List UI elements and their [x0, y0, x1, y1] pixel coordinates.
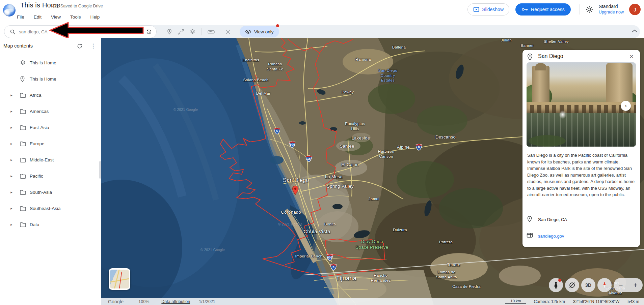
menu-tools[interactable]: Tools	[70, 13, 81, 21]
photo-next-button[interactable]: ›	[621, 101, 631, 111]
key-icon	[521, 7, 528, 12]
sidebar-item-label: This is Home	[30, 60, 56, 65]
imagery-date: 1/1/2021	[199, 299, 215, 304]
search-input[interactable]	[19, 29, 144, 34]
folder-icon	[20, 109, 26, 114]
settings-gear-icon[interactable]	[585, 5, 593, 13]
upgrade-link[interactable]: Upgrade now	[599, 10, 624, 15]
folder-icon	[20, 125, 26, 130]
draw-path-tool-icon[interactable]	[175, 26, 187, 37]
expand-caret-icon[interactable]: ▸	[9, 109, 14, 114]
folder-icon	[20, 92, 26, 98]
sidebar-list: This is HomeThis is Home▸Africa▸Americas…	[0, 55, 101, 233]
zoom-out-button[interactable]: −	[619, 281, 623, 289]
imagery-zoom-percent: 100%	[138, 299, 149, 304]
folder-label: Middle-East	[30, 157, 54, 162]
website-icon	[527, 233, 533, 239]
minimap-road	[110, 278, 129, 283]
eye-icon	[245, 29, 251, 34]
sidebar-folder-south-asia[interactable]: ▸South-Asia	[0, 184, 101, 200]
menu-file[interactable]: File	[17, 13, 24, 21]
placemark-tool-icon[interactable]	[164, 26, 175, 37]
measure-tool-icon[interactable]	[205, 26, 217, 37]
overview-minimap[interactable]	[109, 268, 130, 290]
expand-caret-icon[interactable]: ▸	[9, 174, 14, 178]
camera-altitude: Camera: 125 km	[534, 299, 565, 304]
place-photo[interactable]	[527, 62, 636, 147]
close-icon[interactable]: ×	[627, 52, 636, 61]
expand-caret-icon[interactable]: ▸	[9, 222, 14, 227]
terrain-elevation: 543 m	[627, 299, 639, 304]
folder-icon	[20, 206, 26, 211]
expand-caret-icon[interactable]: ▸	[9, 190, 14, 194]
pin-icon	[20, 76, 25, 82]
folder-icon	[20, 141, 26, 147]
search-history-icon[interactable]	[146, 29, 152, 35]
sidebar-folder-data[interactable]: ▸Data	[0, 216, 101, 233]
collapse-toolbar-chevron-icon[interactable]	[631, 28, 638, 34]
zoom-control: − +	[614, 278, 643, 292]
menu-view[interactable]: View	[51, 13, 61, 21]
toolbar-divider	[202, 28, 202, 35]
menu-edit[interactable]: Edit	[34, 13, 42, 21]
folder-label: Europe	[30, 141, 45, 146]
scale-bar: 10 km	[505, 299, 526, 304]
expand-caret-icon[interactable]: ▸	[9, 93, 14, 97]
placemark-pin-icon[interactable]	[292, 185, 299, 195]
data-attribution-link[interactable]: Data attribution	[161, 299, 190, 304]
folder-icon	[20, 189, 26, 195]
sidebar-folder-middle-east[interactable]: ▸Middle-East	[0, 152, 101, 168]
place-title: San Diego	[538, 53, 563, 59]
compass-button[interactable]	[597, 278, 612, 292]
view-only-badge[interactable]: View only	[240, 26, 279, 37]
folder-icon	[20, 157, 26, 163]
account-avatar[interactable]: J	[629, 4, 641, 15]
map-contents-sidebar: Map contents ⋮ This is HomeThis is Home▸…	[0, 38, 101, 305]
zoom-in-button[interactable]: +	[634, 281, 638, 289]
folder-label: Data	[30, 222, 39, 227]
sidebar-folder-east-asia[interactable]: ▸East-Asia	[0, 119, 101, 135]
google-earth-logo-icon[interactable]	[3, 4, 16, 17]
sidebar-folder-southeast-asia[interactable]: ▸Southeast-Asia	[0, 200, 101, 216]
search-toolbar: View only	[4, 25, 640, 38]
location-pin-icon	[527, 216, 533, 224]
refresh-icon[interactable]	[76, 42, 84, 50]
expand-caret-icon[interactable]: ▸	[9, 158, 14, 162]
sidebar-folder-africa[interactable]: ▸Africa	[0, 87, 101, 103]
pegman-notification-dot	[558, 279, 561, 282]
place-website-link[interactable]: sandiego.gov	[538, 234, 564, 239]
kebab-menu-icon[interactable]: ⋮	[89, 41, 97, 51]
sidebar-folder-europe[interactable]: ▸Europe	[0, 135, 101, 152]
folder-label: South-Asia	[30, 190, 52, 195]
folder-icon	[20, 222, 26, 227]
place-info-panel: San Diego × › San Diego is a city on the…	[522, 50, 640, 247]
request-access-button[interactable]: Request access	[515, 3, 571, 16]
3d-toggle-button[interactable]: 3D	[581, 278, 595, 292]
expand-caret-icon[interactable]: ▸	[9, 142, 14, 146]
slideshow-play-icon	[473, 7, 479, 12]
folder-label: Americas	[30, 109, 49, 114]
place-pin-icon	[527, 53, 533, 62]
sidebar-item-this-is-home[interactable]: This is Home	[0, 55, 101, 71]
menu-bar: FileEditViewToolsHelp	[17, 13, 109, 21]
layers-tool-icon[interactable]	[187, 26, 198, 37]
folder-label: Africa	[30, 93, 42, 98]
sidebar-folder-americas[interactable]: ▸Americas	[0, 103, 101, 119]
notification-dot	[276, 24, 279, 27]
sidebar-folder-pacific[interactable]: ▸Pacific	[0, 168, 101, 184]
search-icon	[10, 29, 16, 35]
sidebar-item-label: This is Home	[30, 77, 56, 82]
folder-label: Pacific	[30, 174, 43, 179]
sidebar-scrollbar[interactable]	[99, 161, 101, 179]
sidebar-item-this-is-home[interactable]: This is Home	[0, 71, 101, 87]
expand-caret-icon[interactable]: ▸	[9, 206, 14, 211]
app-header: This is Home Saved to Google Drive FileE…	[0, 0, 644, 21]
search-box[interactable]	[4, 25, 157, 38]
header-divider	[580, 4, 580, 14]
menu-help[interactable]: Help	[90, 13, 100, 21]
tilt-reset-button[interactable]	[565, 278, 579, 292]
edit-tools-disabled-icon[interactable]	[222, 26, 234, 37]
slideshow-button[interactable]: Slideshow	[467, 3, 509, 16]
folder-icon	[20, 173, 26, 179]
expand-caret-icon[interactable]: ▸	[9, 125, 14, 130]
